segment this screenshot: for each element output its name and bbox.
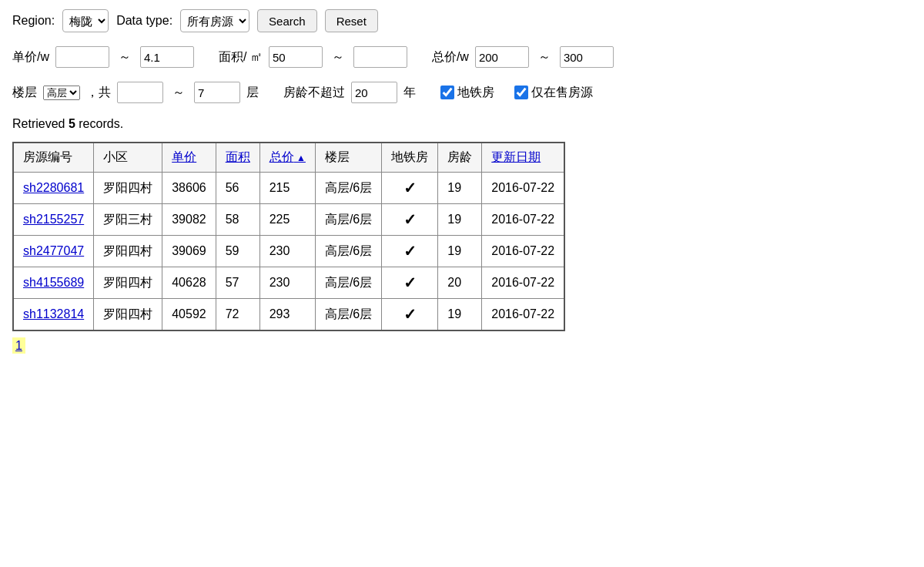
sort-unit-price-link[interactable]: 单价 — [172, 150, 196, 163]
cell-community: 罗阳三村 — [94, 204, 162, 236]
region-label: Region: — [12, 14, 55, 28]
cell-age: 19 — [438, 204, 482, 236]
floor-total-max-input[interactable] — [194, 82, 240, 103]
cell-community: 罗阳四村 — [94, 236, 162, 267]
cell-age: 19 — [438, 236, 482, 267]
cell-total-price: 230 — [259, 236, 315, 267]
subway-label: 地铁房 — [457, 85, 494, 101]
table-row: sh2477047 罗阳四村 39069 59 230 高层/6层 ✓ 19 2… — [13, 236, 564, 267]
table-row: sh4155689 罗阳四村 40628 57 230 高层/6层 ✓ 20 2… — [13, 267, 564, 299]
filter-row-1: Region: 梅陇 徐汇 浦东 静安 Data type: 所有房源 二手房 … — [12, 9, 912, 32]
cell-unit-price: 40628 — [162, 267, 216, 299]
area-label: 面积/ ㎡ — [219, 49, 263, 65]
table-row: sh2280681 罗阳四村 38606 56 215 高层/6层 ✓ 19 2… — [13, 173, 564, 204]
cell-area: 59 — [216, 236, 259, 267]
area-max-input[interactable] — [353, 46, 407, 68]
table-row: sh2155257 罗阳三村 39082 58 225 高层/6层 ✓ 19 2… — [13, 204, 564, 236]
cell-id: sh1132814 — [13, 299, 94, 331]
forsale-checkbox[interactable] — [514, 86, 528, 99]
cell-unit-price: 39069 — [162, 236, 216, 267]
cell-date: 2016-07-22 — [482, 204, 564, 236]
age-unit-label: 年 — [403, 85, 416, 101]
cell-id: sh2477047 — [13, 236, 94, 267]
cell-subway: ✓ — [382, 236, 438, 267]
cell-date: 2016-07-22 — [482, 173, 564, 204]
cell-date: 2016-07-22 — [482, 236, 564, 267]
property-id-link[interactable]: sh2280681 — [23, 181, 84, 194]
floor-total-min-input[interactable] — [117, 82, 163, 103]
forsale-checkbox-label[interactable]: 仅在售房源 — [514, 85, 593, 101]
property-id-link[interactable]: sh2477047 — [23, 244, 84, 257]
table-row: sh1132814 罗阳四村 40592 72 293 高层/6层 ✓ 19 2… — [13, 299, 564, 331]
col-header-date: 更新日期 — [482, 143, 564, 173]
property-id-link[interactable]: sh4155689 — [23, 276, 84, 289]
age-label: 房龄不超过 — [283, 85, 345, 101]
page-1-link[interactable]: 1 — [12, 337, 25, 354]
cell-unit-price: 40592 — [162, 299, 216, 331]
cell-id: sh2155257 — [13, 204, 94, 236]
cell-floor: 高层/6层 — [315, 204, 381, 236]
datatype-select[interactable]: 所有房源 二手房 新房 租房 — [180, 9, 249, 32]
result-text: Retrieved — [12, 117, 69, 130]
unit-price-label: 单价/w — [12, 49, 49, 65]
cell-area: 72 — [216, 299, 259, 331]
cell-area: 57 — [216, 267, 259, 299]
region-select[interactable]: 梅陇 徐汇 浦东 静安 — [62, 9, 109, 32]
result-text2: records. — [75, 117, 123, 130]
property-id-link[interactable]: sh2155257 — [23, 213, 84, 226]
table-header-row: 房源编号 小区 单价 面积 总价 楼层 地铁房 房龄 更新日期 — [13, 143, 564, 173]
floor-select[interactable]: 高层 中层 低层 不限 — [43, 86, 80, 100]
cell-age: 19 — [438, 173, 482, 204]
col-header-total-price: 总价 — [259, 143, 315, 173]
cell-total-price: 215 — [259, 173, 315, 204]
sort-area-link[interactable]: 面积 — [226, 150, 250, 163]
unit-price-tilde: ～ — [116, 49, 134, 65]
sort-date-link[interactable]: 更新日期 — [491, 150, 541, 163]
unit-price-min-input[interactable] — [55, 46, 109, 68]
total-price-label: 总价/w — [432, 49, 469, 65]
floor-total-tilde: ～ — [169, 85, 188, 101]
floor-total-label: ，共 — [86, 85, 111, 101]
cell-floor: 高层/6层 — [315, 236, 381, 267]
unit-price-max-input[interactable] — [140, 46, 194, 68]
pagination: 1 — [12, 339, 912, 353]
cell-subway: ✓ — [382, 267, 438, 299]
cell-floor: 高层/6层 — [315, 173, 381, 204]
col-header-id: 房源编号 — [13, 143, 94, 173]
area-tilde: ～ — [329, 49, 347, 65]
cell-id: sh4155689 — [13, 267, 94, 299]
property-id-link[interactable]: sh1132814 — [23, 307, 84, 320]
reset-button[interactable]: Reset — [325, 9, 378, 32]
total-price-min-input[interactable] — [475, 46, 529, 68]
cell-age: 19 — [438, 299, 482, 331]
age-input[interactable] — [351, 82, 397, 103]
cell-total-price: 230 — [259, 267, 315, 299]
total-price-tilde: ～ — [535, 49, 554, 65]
cell-total-price: 293 — [259, 299, 315, 331]
cell-subway: ✓ — [382, 299, 438, 331]
col-header-subway: 地铁房 — [382, 143, 438, 173]
cell-total-price: 225 — [259, 204, 315, 236]
search-button[interactable]: Search — [257, 9, 317, 32]
cell-id: sh2280681 — [13, 173, 94, 204]
total-price-max-input[interactable] — [560, 46, 614, 68]
cell-community: 罗阳四村 — [94, 267, 162, 299]
subway-checkbox-label[interactable]: 地铁房 — [440, 85, 494, 101]
col-header-community: 小区 — [94, 143, 162, 173]
cell-age: 20 — [438, 267, 482, 299]
cell-subway: ✓ — [382, 173, 438, 204]
cell-floor: 高层/6层 — [315, 299, 381, 331]
col-header-age: 房龄 — [438, 143, 482, 173]
filter-row-2: 单价/w ～ 面积/ ㎡ ～ 总价/w ～ — [12, 46, 912, 68]
area-min-input[interactable] — [269, 46, 323, 68]
filter-row-3: 楼层 高层 中层 低层 不限 ，共 ～ 层 房龄不超过 年 地铁房 仅在售房源 — [12, 82, 912, 103]
results-table: 房源编号 小区 单价 面积 总价 楼层 地铁房 房龄 更新日期 sh228068… — [12, 142, 565, 331]
result-count: Retrieved 5 records. — [12, 117, 912, 131]
cell-community: 罗阳四村 — [94, 173, 162, 204]
sort-total-price-link[interactable]: 总价 — [270, 150, 306, 163]
cell-date: 2016-07-22 — [482, 299, 564, 331]
subway-checkbox[interactable] — [440, 86, 454, 99]
cell-unit-price: 39082 — [162, 204, 216, 236]
cell-area: 56 — [216, 173, 259, 204]
col-header-unit-price: 单价 — [162, 143, 216, 173]
